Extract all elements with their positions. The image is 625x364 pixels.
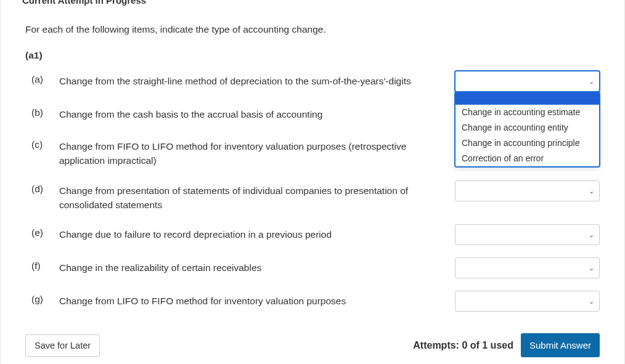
answer-select[interactable]: ⌄ (455, 180, 600, 201)
footer-right: Attempts: 0 of 1 used Submit Answer (413, 333, 600, 357)
chevron-down-icon: ⌄ (589, 264, 594, 272)
dropdown-option[interactable]: Change in accounting entity (455, 120, 599, 135)
item-row: (g)Change from LIFO to FIFO method for i… (25, 288, 600, 312)
item-text: Change from the straight-line method of … (59, 68, 455, 88)
answer-select[interactable]: ⌄ (455, 257, 600, 278)
submit-answer-button[interactable]: Submit Answer (521, 333, 600, 357)
answer-select[interactable]: ⌄ (455, 291, 600, 312)
select-wrap: ⌄ (455, 178, 600, 201)
item-row: (f)Change in the realizability of certai… (25, 255, 600, 278)
item-label: (f) (25, 255, 59, 272)
item-label: (g) (25, 288, 59, 305)
select-wrap: ⌄ (455, 222, 600, 245)
items-list: (a)Change from the straight-line method … (25, 68, 600, 312)
item-text: Change due to failure to record deprecia… (59, 222, 455, 241)
part-label: (a1) (25, 50, 600, 61)
select-wrap: ⌄ (455, 255, 600, 278)
item-row: (d)Change from presentation of statement… (25, 178, 600, 212)
attempts-text: Attempts: 0 of 1 used (413, 340, 513, 351)
item-row: (a)Change from the straight-line method … (25, 68, 600, 92)
question-container: Current Attempt in Progress For each of … (0, 0, 625, 364)
chevron-down-icon: ⌄ (589, 78, 594, 86)
item-text: Change from the cash basis to the accrua… (59, 102, 455, 121)
select-wrap: ⌄ (455, 288, 600, 312)
select-wrap: ⌄Change in accounting estimateChange in … (455, 68, 600, 92)
item-label: (d) (25, 178, 59, 195)
save-for-later-button[interactable]: Save for Later (25, 334, 100, 357)
chevron-down-icon: ⌄ (589, 187, 594, 195)
item-label: (a) (25, 68, 59, 85)
answer-select[interactable]: ⌄ (455, 224, 600, 245)
answer-select[interactable]: ⌄ (455, 71, 600, 92)
chevron-down-icon: ⌄ (589, 297, 594, 305)
item-label: (b) (25, 102, 59, 118)
chevron-down-icon: ⌄ (589, 231, 594, 239)
dropdown-panel: Change in accounting estimateChange in a… (455, 92, 600, 167)
dropdown-option[interactable]: Change in accounting estimate (455, 105, 599, 120)
item-label: (e) (25, 222, 59, 238)
item-text: Change in the realizability of certain r… (59, 255, 455, 275)
dropdown-option[interactable]: Change in accounting principle (455, 135, 599, 151)
dropdown-option[interactable]: Correction of an error (455, 151, 599, 166)
item-text: Change from presentation of statements o… (59, 178, 455, 212)
dropdown-option[interactable] (455, 92, 599, 105)
item-text: Change from LIFO to FIFO method for inve… (59, 288, 455, 308)
instruction-text: For each of the following items, indicat… (25, 24, 600, 35)
progress-title: Current Attempt in Progress (22, 0, 600, 6)
footer: Save for Later Attempts: 0 of 1 used Sub… (25, 333, 600, 360)
item-row: (e)Change due to failure to record depre… (25, 222, 600, 245)
item-text: Change from FIFO to LIFO method for inve… (59, 134, 455, 168)
item-label: (c) (25, 134, 59, 150)
